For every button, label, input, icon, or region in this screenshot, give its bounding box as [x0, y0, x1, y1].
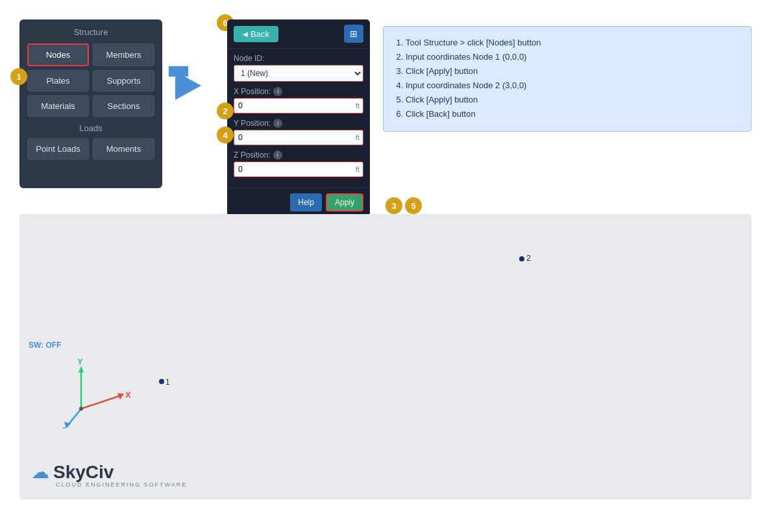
- y-position-input[interactable]: [234, 130, 356, 145]
- step-badge-4: 4: [217, 127, 234, 143]
- plates-button[interactable]: Plates: [27, 70, 89, 91]
- materials-button[interactable]: Materials: [27, 95, 89, 117]
- node-1-label: 1: [165, 378, 170, 387]
- node-id-field[interactable]: 1 (New): [234, 65, 363, 82]
- instruction-1: Tool Structure > click [Nodes] button: [406, 36, 739, 50]
- step-badge-5: 5: [405, 197, 422, 214]
- node-panel-body: Node ID: 1 (New) X Position: i ft Y Posi…: [227, 49, 370, 187]
- svg-line-3: [81, 396, 120, 409]
- skyciv-brand: ☁ SkyCiv CLOUD ENGINEERING SOFTWARE: [31, 461, 187, 488]
- sw-label: SW: OFF: [29, 341, 61, 350]
- coordinate-axes: Y X Z: [55, 357, 140, 428]
- instructions-box: Tool Structure > click [Nodes] button In…: [383, 26, 752, 132]
- x-info-icon: i: [273, 87, 282, 96]
- z-unit: ft: [356, 165, 363, 173]
- loads-title: Loads: [27, 123, 154, 133]
- instructions-list: Tool Structure > click [Nodes] button In…: [395, 36, 739, 122]
- y-unit: ft: [356, 134, 363, 141]
- structure-title: Structure: [27, 27, 154, 37]
- x-unit: ft: [356, 102, 363, 110]
- y-position-label: Y Position: i: [234, 119, 363, 128]
- node-2-dot: [519, 256, 524, 261]
- skyciv-name: SkyCiv: [53, 462, 114, 483]
- loads-button-grid: Point Loads Moments: [27, 138, 154, 160]
- instruction-5: Click [Apply] button: [406, 93, 739, 107]
- node-panel-footer: Help Apply: [227, 187, 370, 217]
- structure-button-grid: Nodes Members Plates Supports Materials …: [27, 43, 154, 117]
- x-position-input[interactable]: [234, 99, 356, 113]
- skyciv-tagline: CLOUD ENGINEERING SOFTWARE: [31, 481, 187, 488]
- step-badge-3: 3: [386, 197, 402, 214]
- sections-button[interactable]: Sections: [93, 95, 154, 117]
- z-info-icon: i: [273, 151, 282, 160]
- point-loads-button[interactable]: Point Loads: [27, 138, 89, 160]
- instruction-6: Click [Back] button: [406, 107, 739, 121]
- supports-button[interactable]: Supports: [93, 70, 154, 91]
- instruction-4: Input coordinates Node 2 (3,0,0): [406, 79, 739, 93]
- y-position-field[interactable]: ft: [234, 130, 363, 145]
- x-position-field[interactable]: ft: [234, 98, 363, 114]
- x-position-label: X Position: i: [234, 87, 363, 96]
- svg-text:Z: Z: [62, 426, 67, 428]
- node-panel-container: 6 Back ⊞ Node ID: 1 (New) X Position: i: [227, 19, 370, 217]
- grid-icon-button[interactable]: ⊞: [344, 25, 363, 43]
- svg-text:X: X: [125, 390, 131, 400]
- step-badge-1: 1: [10, 68, 27, 85]
- svg-marker-1: [79, 366, 84, 372]
- moments-button[interactable]: Moments: [93, 138, 154, 160]
- z-position-label: Z Position: i: [234, 151, 363, 160]
- node-1-dot: [159, 379, 164, 384]
- skyciv-cloud-icon: ☁: [31, 461, 49, 483]
- svg-line-6: [68, 409, 81, 425]
- 3d-viewport[interactable]: SW: OFF 1 2 Y X Z ☁ SkyCiv CLOUD ENGINEE…: [19, 214, 752, 500]
- instruction-2: Input coordinates Node 1 (0,0,0): [406, 50, 739, 64]
- instruction-3: Click [Apply] button: [406, 64, 739, 79]
- structure-panel: Structure Nodes Members Plates Supports …: [19, 19, 162, 188]
- node-id-label: Node ID:: [234, 54, 363, 63]
- node-id-select[interactable]: 1 (New): [234, 66, 363, 81]
- node-2-label: 2: [526, 254, 531, 263]
- y-info-icon: i: [273, 119, 282, 128]
- apply-button[interactable]: Apply: [326, 193, 363, 212]
- svg-point-9: [79, 407, 83, 411]
- members-button[interactable]: Members: [93, 43, 154, 66]
- node-panel-header: Back ⊞: [227, 19, 370, 49]
- arrow-indicator: [175, 71, 214, 100]
- nodes-button[interactable]: Nodes: [27, 43, 89, 66]
- svg-text:Y: Y: [77, 357, 83, 367]
- back-button[interactable]: Back: [234, 26, 278, 42]
- step-badge-2: 2: [217, 103, 234, 119]
- z-position-input[interactable]: [234, 162, 356, 176]
- help-button[interactable]: Help: [290, 193, 322, 212]
- z-position-field[interactable]: ft: [234, 162, 363, 177]
- node-panel: Back ⊞ Node ID: 1 (New) X Position: i: [227, 19, 370, 217]
